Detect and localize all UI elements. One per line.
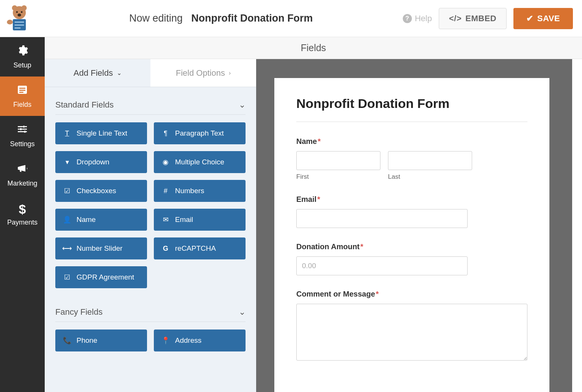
form-field-comment[interactable]: Comment or Message* [296,290,527,362]
nav-marketing[interactable]: Marketing [0,155,45,195]
map-pin-icon: 📍 [161,336,170,345]
svg-point-10 [7,20,13,24]
svg-point-17 [24,131,26,133]
list-icon [16,84,28,98]
field-single-line-text[interactable]: TSingle Line Text [55,122,147,144]
label-text: Comment or Message [296,290,375,298]
form-field-email[interactable]: Email* [296,195,527,228]
phone-icon: 📞 [63,336,71,345]
tab-add-fields[interactable]: Add Fields ⌄ [45,59,150,87]
svg-rect-7 [15,21,24,22]
radio-icon: ◉ [161,158,170,166]
embed-button[interactable]: </> EMBED [439,8,507,29]
field-label: Multiple Choice [175,158,224,166]
bullhorn-icon [16,162,28,176]
text-icon: T [63,130,71,137]
form-card[interactable]: Nonprofit Donation Form Name* First [274,78,549,392]
donation-input[interactable] [296,256,468,275]
comment-textarea[interactable] [296,304,527,361]
field-dropdown[interactable]: ▾Dropdown [55,151,147,173]
gear-icon [16,44,28,58]
section-standard-fields[interactable]: Standard Fields ⌄ [55,96,246,115]
field-multiple-choice[interactable]: ◉Multiple Choice [154,151,246,173]
email-label: Email* [296,195,527,204]
caret-square-icon: ▾ [63,158,71,166]
nav-payments[interactable]: $ Payments [0,195,45,234]
field-label: Phone [77,336,97,345]
svg-point-2 [21,5,27,10]
left-nav: Setup Fields Settings Marketing [0,37,45,392]
tab-add-label: Add Fields [74,68,113,78]
field-numbers[interactable]: #Numbers [154,180,246,202]
nav-settings-label: Settings [10,140,34,148]
editing-title: Now editing Nonprofit Donation Form [39,12,403,24]
label-text: Donation Amount [296,242,360,251]
envelope-icon: ✉ [161,216,170,224]
top-bar: Now editing Nonprofit Donation Form ? He… [0,0,582,37]
chevron-down-icon: ⌄ [117,69,122,77]
svg-rect-8 [15,24,24,25]
nav-fields[interactable]: Fields [0,77,45,116]
paragraph-icon: ¶ [161,130,170,137]
nav-payments-label: Payments [7,219,38,226]
field-label: Dropdown [77,158,110,166]
required-asterisk: * [360,242,363,251]
help-link[interactable]: ? Help [403,14,432,23]
form-field-name[interactable]: Name* First Last [296,137,527,181]
svg-rect-12 [19,88,25,89]
help-label: Help [415,14,432,23]
nav-marketing-label: Marketing [7,180,37,187]
field-label: Name [77,216,96,224]
first-name-input[interactable] [296,151,380,170]
field-paragraph-text[interactable]: ¶Paragraph Text [154,122,246,144]
field-name[interactable]: 👤Name [55,209,147,231]
tab-field-options[interactable]: Field Options › [150,59,256,87]
required-asterisk: * [318,137,321,145]
chevron-down-icon: ⌄ [239,100,246,110]
panel-scroll[interactable]: Standard Fields ⌄ TSingle Line Text ¶Par… [45,87,256,392]
field-label: Paragraph Text [175,129,224,137]
field-phone[interactable]: 📞Phone [55,330,147,351]
nav-settings[interactable]: Settings [0,116,45,155]
field-checkboxes[interactable]: ☑Checkboxes [55,180,147,202]
logo[interactable] [5,4,39,33]
first-sublabel: First [296,173,380,181]
save-button[interactable]: ✔ SAVE [513,8,573,29]
field-label: Email [175,216,193,224]
field-recaptcha[interactable]: GreCAPTCHA [154,237,246,259]
svg-point-5 [17,13,21,16]
fancy-fields-label: Fancy Fields [55,307,103,317]
svg-point-16 [20,128,22,130]
field-email[interactable]: ✉Email [154,209,246,231]
name-label: Name* [296,137,527,146]
chevron-right-icon: › [229,70,231,77]
svg-rect-14 [19,92,23,93]
donation-label: Donation Amount* [296,242,527,251]
field-label: reCAPTCHA [175,244,216,253]
sliders-icon [16,123,28,137]
svg-rect-9 [15,27,21,28]
right-gutter [572,59,582,392]
field-gdpr[interactable]: ☑GDPR Agreement [55,266,147,288]
fields-panel: Add Fields ⌄ Field Options › Standard Fi… [45,59,256,392]
field-address[interactable]: 📍Address [154,330,246,351]
check-icon: ✔ [526,14,534,23]
form-title: Nonprofit Donation Form [296,96,527,111]
email-input[interactable] [296,209,468,228]
required-asterisk: * [317,195,320,203]
dollar-icon: $ [19,203,26,216]
nav-setup[interactable]: Setup [0,37,45,77]
slider-icon: ⟷ [63,244,71,253]
embed-label: EMBED [465,14,496,23]
form-preview: Nonprofit Donation Form Name* First [256,59,572,392]
field-label: Address [175,336,202,345]
last-sublabel: Last [388,173,472,181]
field-number-slider[interactable]: ⟷Number Slider [55,237,147,259]
code-icon: </> [449,14,462,23]
save-label: SAVE [537,14,560,23]
fields-header: Fields [45,37,582,59]
section-fancy-fields[interactable]: Fancy Fields ⌄ [55,300,246,322]
nav-fields-label: Fields [13,101,31,109]
last-name-input[interactable] [388,151,472,170]
form-field-donation[interactable]: Donation Amount* [296,242,527,275]
